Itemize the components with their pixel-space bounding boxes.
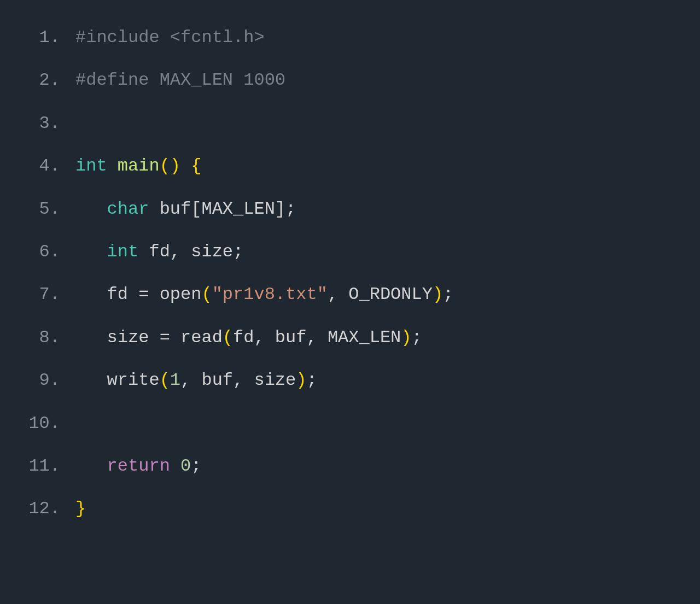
token-punct xyxy=(75,242,107,262)
line-number: 8. xyxy=(22,316,60,359)
token-operator: = xyxy=(160,327,170,348)
line-number: 10. xyxy=(22,402,60,445)
token-punct xyxy=(107,156,118,176)
code-content: return 0; xyxy=(75,445,678,488)
code-line: 7. fd = open("pr1v8.txt", O_RDONLY); xyxy=(22,273,678,316)
code-content: #include <fcntl.h> xyxy=(75,16,678,59)
token-identifier: size xyxy=(75,327,160,348)
code-content: char buf[MAX_LEN]; xyxy=(75,188,678,231)
token-number: 0 xyxy=(180,456,191,476)
token-paren: ( xyxy=(201,284,212,304)
code-line: 4.int main() { xyxy=(22,145,678,187)
token-punct: ; xyxy=(412,327,422,348)
code-content: fd = open("pr1v8.txt", O_RDONLY); xyxy=(75,273,678,316)
token-keyword-control: return xyxy=(107,456,170,476)
line-number: 5. xyxy=(22,188,60,231)
line-number: 4. xyxy=(22,145,60,187)
token-punct xyxy=(75,199,107,219)
token-paren: ( xyxy=(223,327,233,348)
code-line: 1.#include <fcntl.h> xyxy=(22,16,678,59)
code-block: 1.#include <fcntl.h>2.#define MAX_LEN 10… xyxy=(22,16,678,531)
line-number: 2. xyxy=(22,59,60,102)
code-line: 12.} xyxy=(22,488,678,530)
token-identifier: fd xyxy=(75,284,138,304)
code-content: } xyxy=(75,488,678,530)
token-identifier: open xyxy=(149,284,201,304)
token-punct: ; xyxy=(191,456,201,476)
code-content: int main() { xyxy=(75,145,678,187)
token-punct xyxy=(170,456,180,476)
code-line: 3. xyxy=(22,102,678,145)
code-content: int fd, size; xyxy=(75,231,678,273)
token-identifier: fd, buf, MAX_LEN xyxy=(233,327,401,348)
token-main-fn: main xyxy=(118,156,160,176)
line-number: 6. xyxy=(22,231,60,273)
code-content: size = read(fd, buf, MAX_LEN); xyxy=(75,316,678,359)
token-keyword-type: char xyxy=(107,199,149,219)
line-number: 7. xyxy=(22,273,60,316)
line-number: 1. xyxy=(22,16,60,59)
code-line: 11. return 0; xyxy=(22,445,678,488)
token-brace: } xyxy=(75,499,86,519)
token-paren: ) xyxy=(433,284,443,304)
line-number: 12. xyxy=(22,488,60,530)
token-punct xyxy=(180,156,191,176)
token-number: 1 xyxy=(170,370,180,390)
token-operator: = xyxy=(138,284,149,304)
token-punct: ; xyxy=(306,370,317,390)
token-identifier: read xyxy=(170,327,223,348)
code-line: 5. char buf[MAX_LEN]; xyxy=(22,188,678,231)
code-line: 8. size = read(fd, buf, MAX_LEN); xyxy=(22,316,678,359)
token-paren: () xyxy=(160,156,180,176)
code-line: 10. xyxy=(22,402,678,445)
token-identifier: buf[MAX_LEN]; xyxy=(149,199,296,219)
line-number: 3. xyxy=(22,102,60,145)
token-preprocessor: #define MAX_LEN 1000 xyxy=(75,70,285,90)
token-paren: ) xyxy=(401,327,411,348)
code-line: 9. write(1, buf, size); xyxy=(22,359,678,402)
token-identifier: fd, size; xyxy=(138,242,243,262)
token-preprocessor: #include <fcntl.h> xyxy=(75,27,265,48)
code-line: 6. int fd, size; xyxy=(22,231,678,273)
token-string: "pr1v8.txt" xyxy=(212,284,328,304)
line-number: 11. xyxy=(22,445,60,488)
token-paren: ) xyxy=(296,370,306,390)
line-number: 9. xyxy=(22,359,60,402)
token-identifier: , O_RDONLY xyxy=(328,284,433,304)
token-identifier: write xyxy=(75,370,160,390)
token-brace: { xyxy=(191,156,201,176)
token-identifier: , buf, size xyxy=(180,370,296,390)
code-line: 2.#define MAX_LEN 1000 xyxy=(22,59,678,102)
code-content: #define MAX_LEN 1000 xyxy=(75,59,678,102)
token-keyword-type: int xyxy=(107,242,139,262)
token-paren: ( xyxy=(160,370,170,390)
token-punct xyxy=(75,456,107,476)
token-punct: ; xyxy=(443,284,453,304)
token-keyword-type: int xyxy=(75,156,107,176)
code-content: write(1, buf, size); xyxy=(75,359,678,402)
